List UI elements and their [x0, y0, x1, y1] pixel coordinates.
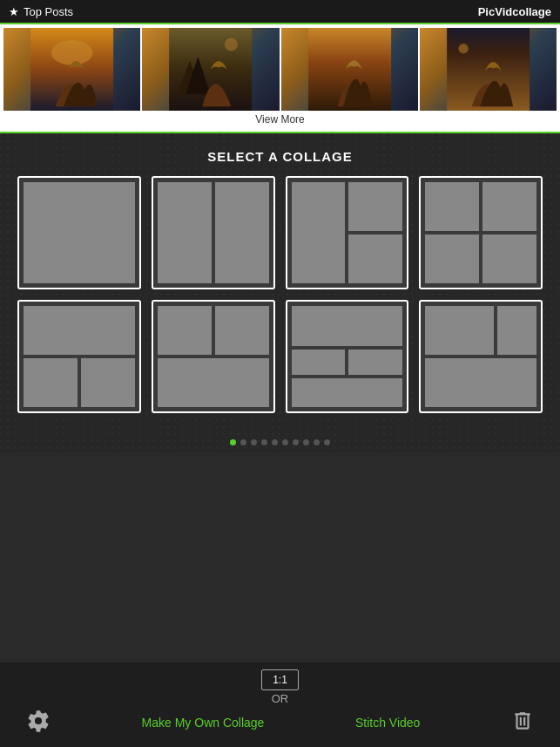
stitch-video-button[interactable]: Stitch Video [355, 716, 420, 730]
dot-8[interactable] [303, 439, 309, 445]
block-half-v-left [158, 182, 212, 283]
top-bar-left: ★ Top Posts [9, 5, 73, 18]
trash-button[interactable] [511, 709, 534, 737]
ratio-row: 1:1 [17, 669, 543, 690]
top-posts-images [3, 28, 557, 111]
block-row-bot [292, 378, 403, 407]
dot-6[interactable] [282, 439, 288, 445]
collage-option-1[interactable] [17, 176, 141, 289]
pagination-dots [17, 431, 543, 452]
top-posts-strip: View More [0, 24, 560, 133]
ratio-button[interactable]: 1:1 [261, 669, 299, 690]
block-q-bl [425, 234, 479, 283]
block-row-top [292, 306, 403, 346]
block-bottom-row [24, 358, 135, 407]
trash-icon [511, 709, 534, 733]
dot-9[interactable] [314, 439, 320, 445]
dot-5[interactable] [272, 439, 278, 445]
gear-icon [26, 709, 51, 733]
collage-option-3[interactable] [286, 176, 409, 289]
block-bot-left [24, 358, 78, 407]
dot-1[interactable] [230, 439, 236, 445]
top-post-4[interactable] [420, 28, 557, 111]
view-more[interactable]: View More [3, 111, 557, 128]
block-8-bot [425, 358, 536, 407]
collage-option-8[interactable] [419, 300, 543, 413]
top-post-3[interactable] [281, 28, 418, 111]
bottom-toolbar: 1:1 OR Make My Own Collage Stitch Video [0, 662, 560, 747]
bottom-actions: Make My Own Collage Stitch Video [17, 709, 543, 737]
top-bar: ★ Top Posts PicVidcollage [0, 0, 560, 24]
block-top-right [215, 306, 269, 355]
svg-point-6 [458, 44, 468, 53]
block-right-col [348, 182, 402, 283]
star-icon: ★ [9, 5, 19, 18]
make-collage-button[interactable]: Make My Own Collage [142, 716, 265, 730]
block-top-full [24, 306, 135, 355]
block-bot-right [81, 358, 135, 407]
dot-10[interactable] [324, 439, 330, 445]
block-row-mid [292, 350, 403, 375]
block-top-left [158, 306, 212, 355]
top-post-2[interactable] [142, 28, 279, 111]
block-bottom-full [158, 358, 269, 407]
dot-2[interactable] [240, 439, 246, 445]
block-right-top [348, 182, 402, 231]
block-row-top-8 [425, 306, 536, 355]
dot-4[interactable] [261, 439, 267, 445]
collage-option-5[interactable] [17, 300, 141, 413]
block-half-v-right [215, 182, 269, 283]
block-mid-right [348, 350, 402, 375]
block-left-full [292, 182, 346, 283]
block-right-bot [348, 234, 402, 283]
app-title: PicVidcollage [478, 5, 551, 18]
top-bar-title: Top Posts [24, 5, 73, 18]
dot-7[interactable] [293, 439, 299, 445]
collage-option-4[interactable] [419, 176, 543, 289]
top-post-1[interactable] [3, 28, 140, 111]
block-full [24, 182, 135, 283]
select-collage-label: SELECT A COLLAGE [17, 149, 543, 164]
block-8-tl [425, 306, 494, 355]
collage-option-2[interactable] [152, 176, 275, 289]
block-mid-left [292, 350, 346, 375]
block-8-tr [497, 306, 536, 355]
collage-option-7[interactable] [286, 300, 409, 413]
or-text: OR [17, 692, 543, 705]
svg-point-1 [51, 40, 93, 65]
block-q-tr [482, 182, 536, 231]
svg-point-3 [225, 37, 238, 51]
collage-grid [17, 176, 543, 413]
block-q-tl [425, 182, 479, 231]
block-top-row [158, 306, 269, 355]
dot-3[interactable] [251, 439, 257, 445]
settings-button[interactable] [26, 709, 51, 737]
block-q-br [482, 234, 536, 283]
main-section: SELECT A COLLAGE [0, 133, 560, 452]
collage-option-6[interactable] [152, 300, 275, 413]
